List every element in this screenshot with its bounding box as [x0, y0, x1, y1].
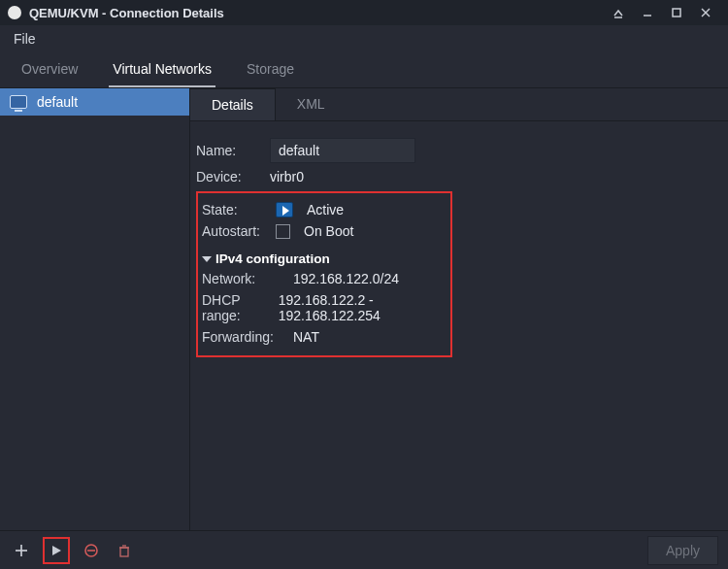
details-panel: Details XML Name: Device: virbr0 State: … [190, 88, 728, 530]
close-button[interactable] [691, 7, 720, 18]
details-form: Name: Device: virbr0 State: Active Autos… [190, 121, 728, 530]
add-network-button[interactable] [10, 539, 33, 562]
row-dhcp: DHCP range: 192.168.122.2 - 192.168.122.… [202, 289, 443, 326]
stop-network-button[interactable] [80, 539, 103, 562]
row-forwarding: Forwarding: NAT [202, 326, 443, 348]
highlight-box: State: Active Autostart: On Boot IPv4 co… [196, 191, 452, 357]
expand-triangle-icon [202, 256, 212, 262]
play-triangle-icon [50, 545, 62, 556]
state-value: Active [307, 202, 344, 218]
row-state: State: Active [202, 199, 443, 220]
device-value: virbr0 [270, 169, 304, 184]
tab-virtual-networks[interactable]: Virtual Networks [109, 52, 215, 87]
start-network-button[interactable] [43, 537, 70, 564]
sub-tabs: Details XML [190, 88, 728, 121]
device-label: Device: [196, 169, 260, 184]
window-title: QEMU/KVM - Connection Details [29, 6, 224, 20]
network-label: Network: [202, 271, 283, 286]
row-name: Name: [196, 135, 728, 166]
network-item-label: default [37, 94, 78, 110]
main-tabs: Overview Virtual Networks Storage [0, 52, 728, 88]
dhcp-value: 192.168.122.2 - 192.168.122.254 [279, 292, 443, 323]
content-area: default Details XML Name: Device: virbr0… [0, 88, 728, 530]
tab-storage[interactable]: Storage [243, 52, 298, 87]
svg-rect-10 [120, 548, 128, 556]
network-list: default [0, 88, 190, 530]
network-value: 192.168.122.0/24 [293, 271, 399, 286]
minimize-button[interactable] [633, 7, 662, 18]
name-label: Name: [196, 143, 260, 158]
forwarding-value: NAT [293, 329, 319, 345]
svg-rect-2 [673, 9, 680, 17]
dhcp-label: DHCP range: [202, 292, 269, 323]
autostart-checkbox-label: On Boot [304, 223, 353, 239]
titlebar: QEMU/KVM - Connection Details [0, 0, 728, 25]
maximize-button[interactable] [662, 7, 691, 18]
row-device: Device: virbr0 [196, 166, 728, 187]
subtab-details[interactable]: Details [190, 88, 276, 120]
menu-file[interactable]: File [8, 27, 42, 50]
svg-marker-7 [52, 546, 61, 555]
play-icon [276, 202, 293, 218]
delete-network-button[interactable] [113, 539, 136, 562]
app-icon [8, 6, 21, 19]
forwarding-label: Forwarding: [202, 329, 283, 345]
ipv4-section-label: IPv4 configuration [215, 251, 330, 266]
network-item-default[interactable]: default [0, 88, 189, 116]
bottombar: Apply [0, 530, 728, 569]
network-icon [10, 95, 27, 109]
keep-above-button[interactable] [604, 7, 633, 18]
plus-icon [15, 544, 28, 557]
ipv4-section-header[interactable]: IPv4 configuration [202, 248, 443, 268]
trash-icon [117, 544, 131, 557]
stop-icon [83, 543, 99, 558]
subtab-xml[interactable]: XML [276, 88, 347, 120]
autostart-label: Autostart: [202, 223, 266, 239]
autostart-checkbox[interactable] [276, 224, 290, 239]
menubar: File [0, 25, 728, 52]
tab-overview[interactable]: Overview [17, 52, 82, 87]
sidebar: default [0, 88, 190, 530]
name-input[interactable] [270, 138, 415, 163]
state-label: State: [202, 202, 266, 218]
row-network: Network: 192.168.122.0/24 [202, 268, 443, 289]
row-autostart: Autostart: On Boot [202, 220, 443, 242]
apply-button[interactable]: Apply [647, 536, 718, 565]
